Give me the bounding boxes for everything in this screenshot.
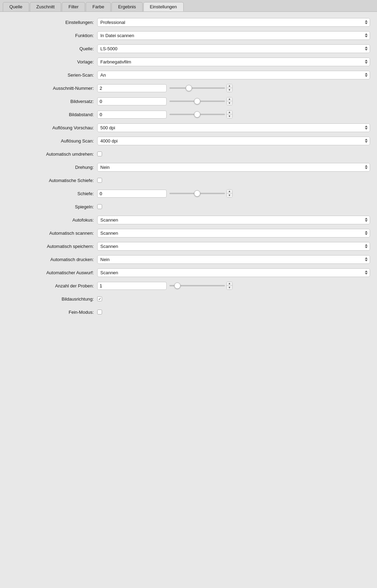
bildabstand-input[interactable] bbox=[97, 111, 167, 119]
tab-filter[interactable]: Filter bbox=[62, 2, 85, 11]
automatisch-speichern-label: Automatisch speichern: bbox=[7, 244, 97, 249]
bildversatz-slider[interactable] bbox=[169, 101, 225, 102]
ausschnitt-nummer-increment[interactable]: ▲ bbox=[227, 84, 232, 88]
tab-quelle[interactable]: Quelle bbox=[3, 2, 29, 11]
fein-modus-label: Fein-Modus: bbox=[7, 310, 97, 315]
automatisch-drucken-label: Automatisch drucken: bbox=[7, 257, 97, 262]
automatisch-drucken-select[interactable]: Nein bbox=[97, 255, 370, 264]
aufloesung-scan-select[interactable]: 4000 dpi bbox=[97, 137, 370, 145]
fein-modus-row: Fein-Modus: bbox=[7, 307, 370, 317]
aufloesung-scan-control: 4000 dpi bbox=[97, 137, 370, 145]
schiefe-input[interactable] bbox=[97, 190, 167, 198]
bildausrichtung-label: Bildausrichtung: bbox=[7, 296, 97, 302]
aufloesung-vorschau-select[interactable]: 500 dpi bbox=[97, 123, 370, 132]
schiefe-decrement[interactable]: ▼ bbox=[227, 193, 232, 197]
funktion-label: Funktion: bbox=[7, 33, 97, 38]
automatisch-speichern-select-wrapper: Scannen bbox=[97, 242, 370, 251]
bildabstand-slider-container: ▲ ▼ bbox=[169, 110, 370, 119]
autofokus-label: Autofokus: bbox=[7, 217, 97, 223]
bildabstand-increment[interactable]: ▲ bbox=[227, 111, 232, 114]
aufloesung-vorschau-row: Auflösung Vorschau: 500 dpi bbox=[7, 123, 370, 132]
einstellungen-select[interactable]: Professional bbox=[97, 18, 370, 27]
tab-bar: Quelle Zuschnitt Filter Farbe Ergebnis E… bbox=[0, 0, 377, 12]
autofokus-select[interactable]: Scannen bbox=[97, 216, 370, 224]
tab-farbe[interactable]: Farbe bbox=[86, 2, 111, 11]
aufloesung-scan-row: Auflösung Scan: 4000 dpi bbox=[7, 136, 370, 146]
serien-scan-label: Serien-Scan: bbox=[7, 72, 97, 78]
drehung-select[interactable]: Nein bbox=[97, 163, 370, 172]
aufloesung-vorschau-control: 500 dpi bbox=[97, 123, 370, 132]
anzahl-der-proben-row: Anzahl der Proben: ▲ ▼ bbox=[7, 281, 370, 291]
fein-modus-control bbox=[97, 310, 370, 314]
automatisch-scannen-select-wrapper: Scannen bbox=[97, 229, 370, 237]
vorlage-label: Vorlage: bbox=[7, 59, 97, 64]
bildabstand-control: ▲ ▼ bbox=[97, 110, 370, 119]
automatischer-auswurf-select-wrapper: Scannen bbox=[97, 268, 370, 277]
ausschnitt-nummer-row: Ausschnitt-Nummer: ▲ ▼ bbox=[7, 83, 370, 93]
automatisch-umdrehen-label: Automatisch umdrehen: bbox=[7, 152, 97, 157]
anzahl-der-proben-increment[interactable]: ▲ bbox=[227, 282, 232, 286]
schiefe-increment[interactable]: ▲ bbox=[227, 190, 232, 193]
ausschnitt-nummer-decrement[interactable]: ▼ bbox=[227, 88, 232, 92]
anzahl-der-proben-decrement[interactable]: ▼ bbox=[227, 286, 232, 289]
automatische-schiefe-row: Automatische Schiefe: bbox=[7, 175, 370, 185]
settings-panel: Einstellungen: Professional Funktion: In… bbox=[0, 12, 377, 326]
fein-modus-checkbox[interactable] bbox=[97, 310, 102, 314]
bildausrichtung-row: Bildausrichtung: bbox=[7, 294, 370, 304]
bildversatz-slider-container: ▲ ▼ bbox=[169, 97, 370, 105]
anzahl-der-proben-label: Anzahl der Proben: bbox=[7, 283, 97, 288]
bildversatz-input[interactable] bbox=[97, 97, 167, 105]
anzahl-der-proben-input[interactable] bbox=[97, 282, 167, 290]
anzahl-der-proben-input-group bbox=[97, 282, 167, 290]
automatisch-umdrehen-row: Automatisch umdrehen: bbox=[7, 149, 370, 159]
tab-zuschnitt[interactable]: Zuschnitt bbox=[30, 2, 61, 11]
anzahl-der-proben-control: ▲ ▼ bbox=[97, 282, 370, 290]
automatisch-umdrehen-control bbox=[97, 152, 370, 156]
schiefe-slider[interactable] bbox=[169, 193, 225, 194]
automatisch-speichern-row: Automatisch speichern: Scannen bbox=[7, 241, 370, 251]
bildversatz-increment[interactable]: ▲ bbox=[227, 97, 232, 101]
quelle-select-wrapper: LS-5000 bbox=[97, 44, 370, 53]
automatische-schiefe-checkbox[interactable] bbox=[97, 178, 102, 183]
schiefe-control: ▲ ▼ bbox=[97, 189, 370, 198]
bildausrichtung-checkbox[interactable] bbox=[97, 296, 102, 301]
automatisch-scannen-label: Automatisch scannen: bbox=[7, 231, 97, 236]
serien-scan-select[interactable]: An bbox=[97, 71, 370, 79]
ausschnitt-nummer-slider[interactable] bbox=[169, 87, 225, 89]
automatisch-speichern-select[interactable]: Scannen bbox=[97, 242, 370, 251]
automatischer-auswurf-control: Scannen bbox=[97, 268, 370, 277]
automatische-schiefe-label: Automatische Schiefe: bbox=[7, 178, 97, 183]
anzahl-der-proben-slider[interactable] bbox=[169, 285, 225, 286]
tab-einstellungen[interactable]: Einstellungen bbox=[143, 2, 184, 11]
bildabstand-input-group bbox=[97, 111, 167, 119]
vorlage-control: Farbnegativfilm bbox=[97, 58, 370, 66]
automatisch-drucken-select-wrapper: Nein bbox=[97, 255, 370, 264]
funktion-row: Funktion: In Datei scannen bbox=[7, 31, 370, 40]
funktion-select-wrapper: In Datei scannen bbox=[97, 31, 370, 40]
vorlage-select[interactable]: Farbnegativfilm bbox=[97, 58, 370, 66]
aufloesung-vorschau-select-wrapper: 500 dpi bbox=[97, 123, 370, 132]
funktion-select[interactable]: In Datei scannen bbox=[97, 31, 370, 40]
spiegeln-checkbox[interactable] bbox=[97, 204, 102, 209]
drehung-row: Drehung: Nein bbox=[7, 162, 370, 172]
autofokus-select-wrapper: Scannen bbox=[97, 216, 370, 224]
autofokus-control: Scannen bbox=[97, 216, 370, 224]
automatisch-scannen-select[interactable]: Scannen bbox=[97, 229, 370, 237]
schiefe-row: Schiefe: ▲ ▼ bbox=[7, 189, 370, 198]
automatisch-umdrehen-checkbox[interactable] bbox=[97, 152, 102, 156]
vorlage-row: Vorlage: Farbnegativfilm bbox=[7, 57, 370, 67]
drehung-control: Nein bbox=[97, 163, 370, 172]
automatischer-auswurf-select[interactable]: Scannen bbox=[97, 268, 370, 277]
quelle-select[interactable]: LS-5000 bbox=[97, 44, 370, 53]
bildabstand-row: Bildabstand: ▲ ▼ bbox=[7, 110, 370, 119]
bildabstand-slider[interactable] bbox=[169, 114, 225, 115]
automatisch-scannen-row: Automatisch scannen: Scannen bbox=[7, 228, 370, 238]
ausschnitt-nummer-input[interactable] bbox=[97, 84, 167, 92]
einstellungen-label: Einstellungen: bbox=[7, 20, 97, 25]
bildversatz-label: Bildversatz: bbox=[7, 99, 97, 104]
bildabstand-decrement[interactable]: ▼ bbox=[227, 114, 232, 118]
einstellungen-select-wrapper: Professional bbox=[97, 18, 370, 27]
tab-ergebnis[interactable]: Ergebnis bbox=[111, 2, 142, 11]
bildversatz-row: Bildversatz: ▲ ▼ bbox=[7, 96, 370, 106]
bildversatz-decrement[interactable]: ▼ bbox=[227, 101, 232, 105]
